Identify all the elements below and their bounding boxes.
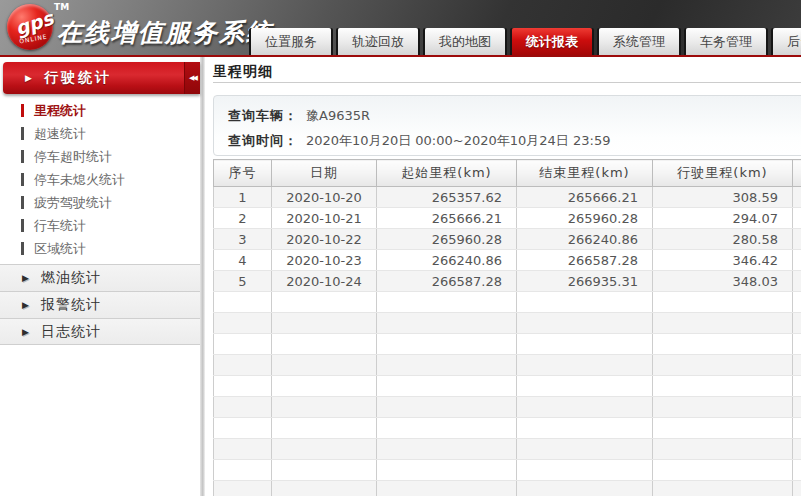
cell-extra (793, 208, 801, 229)
cell-date (272, 397, 377, 418)
sidebar-item-overspeed-stats[interactable]: 超速统计 (0, 122, 200, 145)
cell-start-mileage (377, 292, 517, 313)
cell-distance (653, 376, 793, 397)
tab-location-service[interactable]: 位置服务 (251, 28, 331, 55)
double-left-arrow-icon: ◀◀ (189, 74, 196, 82)
sidebar-item-fatigue-driving-stats[interactable]: 疲劳驾驶统计 (0, 191, 200, 214)
tab-statistics-report[interactable]: 统计报表 (512, 28, 592, 55)
query-time-row: 查询时间： 2020年10月20日 00:00~2020年10月24日 23:5… (228, 130, 801, 152)
app-title: 在线增值服务系统 (57, 16, 273, 49)
sidebar-item-driving-stats[interactable]: 行车统计 (0, 214, 200, 237)
query-vehicle-label: 查询车辆： (228, 107, 306, 125)
tab-my-map[interactable]: 我的地图 (425, 28, 505, 55)
triangle-right-icon: ▶ (25, 73, 32, 83)
item-bar-icon (21, 196, 24, 209)
empty-table-row (214, 418, 801, 439)
col-header-distance: 行驶里程(km) (653, 160, 793, 187)
cell-extra (793, 481, 801, 497)
sidebar-section-log-stats[interactable]: ▶日志统计 (0, 318, 200, 345)
sidebar-group-driving-stats[interactable]: ▶ 行驶统计 ◀◀ (3, 62, 200, 94)
page-title: 里程明细 (213, 63, 801, 83)
cell-date: 2020-10-20 (272, 187, 377, 208)
cell-date (272, 376, 377, 397)
sidebar-item-mileage-stats[interactable]: 里程统计 (0, 99, 200, 122)
cell-distance (653, 439, 793, 460)
triangle-right-icon: ▶ (22, 327, 29, 337)
empty-table-row (214, 481, 801, 497)
main-content: 里程明细 查询车辆： 豫A9635R 查询时间： 2020年10月20日 00:… (205, 57, 801, 496)
cell-start-mileage (377, 418, 517, 439)
cell-seq (214, 439, 272, 460)
cell-end-mileage: 265666.21 (517, 187, 653, 208)
cell-distance (653, 355, 793, 376)
cell-date: 2020-10-22 (272, 229, 377, 250)
cell-end-mileage (517, 376, 653, 397)
empty-table-row (214, 439, 801, 460)
empty-table-row (214, 313, 801, 334)
cell-extra (793, 187, 801, 208)
cell-seq: 5 (214, 271, 272, 292)
query-vehicle-row: 查询车辆： 豫A9635R (228, 105, 801, 127)
mileage-table: 序号日期起始里程(km)结束里程(km)行驶里程(km) 12020-10-20… (213, 159, 801, 496)
cell-seq: 2 (214, 208, 272, 229)
query-time-value: 2020年10月20日 00:00~2020年10月24日 23:59 (306, 132, 610, 150)
triangle-right-icon: ▶ (22, 300, 29, 310)
cell-extra (793, 439, 801, 460)
col-header-date: 日期 (272, 160, 377, 187)
tab-backend-management[interactable]: 后台管理 (773, 28, 801, 55)
sidebar-item-label: 疲劳驾驶统计 (34, 194, 112, 212)
table-row: 42020-10-23266240.86266587.28346.42 (214, 250, 801, 271)
collapse-sidebar-button[interactable]: ◀◀ (184, 62, 200, 94)
cell-date (272, 313, 377, 334)
query-time-label: 查询时间： (228, 132, 306, 150)
cell-start-mileage (377, 460, 517, 481)
trademark-label: TM (54, 2, 69, 12)
sidebar-item-label: 区域统计 (34, 240, 86, 258)
table-header-row: 序号日期起始里程(km)结束里程(km)行驶里程(km) (214, 160, 801, 187)
cell-extra (793, 397, 801, 418)
cell-seq (214, 481, 272, 497)
sidebar-section-fuel-stats[interactable]: ▶燃油统计 (0, 264, 200, 291)
col-header-seq: 序号 (214, 160, 272, 187)
sidebar-item-region-stats[interactable]: 区域统计 (0, 237, 200, 260)
cell-date (272, 481, 377, 497)
cell-start-mileage: 266587.28 (377, 271, 517, 292)
item-bar-icon (21, 127, 24, 140)
cell-seq (214, 292, 272, 313)
cell-date (272, 292, 377, 313)
sidebar-item-label: 行车统计 (34, 217, 86, 235)
sidebar-section-label: 日志统计 (41, 323, 101, 341)
sidebar-section-alarm-stats[interactable]: ▶报警统计 (0, 291, 200, 318)
cell-extra (793, 355, 801, 376)
cell-date (272, 460, 377, 481)
query-info-box: 查询车辆： 豫A9635R 查询时间： 2020年10月20日 00:00~20… (213, 95, 801, 156)
page-body: ▶ 行驶统计 ◀◀ 里程统计超速统计停车超时统计停车未熄火统计疲劳驾驶统计行车统… (0, 57, 801, 496)
cell-start-mileage (377, 481, 517, 497)
sidebar-item-label: 里程统计 (34, 102, 86, 120)
cell-end-mileage (517, 313, 653, 334)
cell-distance (653, 418, 793, 439)
cell-date (272, 439, 377, 460)
cell-end-mileage (517, 481, 653, 497)
top-nav-tabs: 位置服务轨迹回放我的地图统计报表系统管理车务管理后台管理 (251, 28, 801, 55)
cell-seq: 1 (214, 187, 272, 208)
cell-seq (214, 334, 272, 355)
cell-start-mileage: 266240.86 (377, 250, 517, 271)
empty-table-row (214, 334, 801, 355)
sidebar-item-list: 里程统计超速统计停车超时统计停车未熄火统计疲劳驾驶统计行车统计区域统计 (0, 94, 200, 264)
item-bar-icon (21, 173, 24, 186)
tab-track-playback[interactable]: 轨迹回放 (338, 28, 418, 55)
cell-start-mileage (377, 355, 517, 376)
cell-distance (653, 334, 793, 355)
sidebar-item-parking-overtime-stats[interactable]: 停车超时统计 (0, 145, 200, 168)
sidebar-item-parking-idling-stats[interactable]: 停车未熄火统计 (0, 168, 200, 191)
sidebar-section-label: 报警统计 (41, 296, 101, 314)
cell-start-mileage: 265666.21 (377, 208, 517, 229)
cell-end-mileage (517, 397, 653, 418)
cell-extra (793, 418, 801, 439)
cell-seq: 4 (214, 250, 272, 271)
cell-distance: 280.58 (653, 229, 793, 250)
tab-system-management[interactable]: 系统管理 (599, 28, 679, 55)
col-header-end-mileage: 结束里程(km) (517, 160, 653, 187)
tab-vehicle-management[interactable]: 车务管理 (686, 28, 766, 55)
